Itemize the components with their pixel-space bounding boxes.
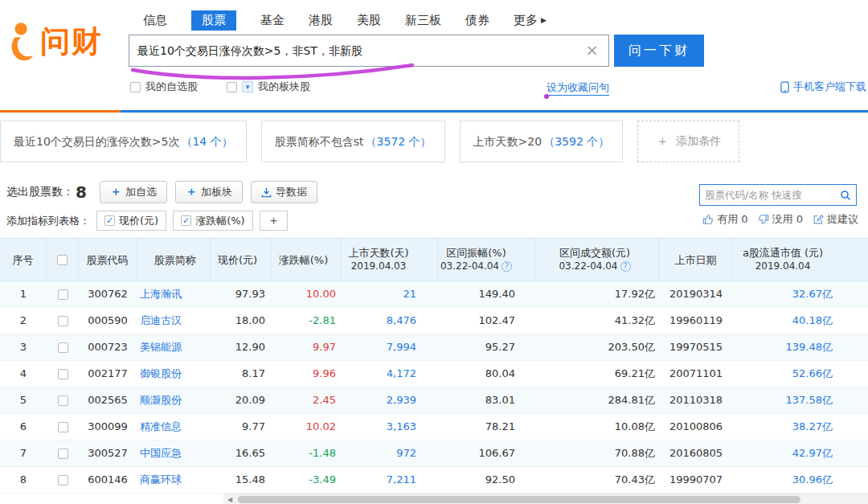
- table-row[interactable]: 7 300527 中国应急 16.65 -1.48 972 106.67 70.…: [0, 440, 868, 467]
- app-download-link[interactable]: 手机客户端下载: [780, 80, 866, 94]
- select-all-checkbox[interactable]: [57, 255, 68, 265]
- cell-check: [47, 361, 79, 387]
- row-checkbox[interactable]: [58, 369, 68, 379]
- change-checkbox[interactable]: ✓: [181, 215, 191, 226]
- nav-item-港股[interactable]: 港股: [309, 13, 333, 28]
- column-subtitle: 2019.04.04: [755, 260, 811, 273]
- my-boards-checkbox[interactable]: [227, 82, 237, 92]
- stock-name-link[interactable]: 上海瀚讯: [137, 281, 211, 307]
- useful-label: 有用 0: [717, 212, 747, 227]
- cell-stock-code: 300527: [79, 440, 137, 466]
- horizontal-scrollbar[interactable]: ◀: [223, 494, 868, 504]
- row-checkbox[interactable]: [58, 395, 68, 406]
- column-header-check[interactable]: [47, 239, 79, 281]
- row-checkbox[interactable]: [58, 316, 68, 326]
- column-header-mktcap[interactable]: a股流通市值 (元)2019.04.04: [733, 239, 868, 281]
- add-watchlist-button[interactable]: ＋ 加自选: [100, 181, 167, 203]
- indicator-chip-change[interactable]: ✓ 涨跌幅(%): [173, 211, 253, 231]
- table-row[interactable]: 5 002565 顺灏股份 20.09 2.45 2,939 83.01 284…: [0, 387, 868, 414]
- stock-name-link[interactable]: 启迪古汉: [137, 308, 211, 334]
- add-indicator-button[interactable]: ＋: [260, 211, 288, 231]
- table-row[interactable]: 1 300762 上海瀚讯 97.93 10.00 21 149.40 17.9…: [0, 281, 868, 308]
- cell-listed-days: 4,172: [342, 361, 438, 387]
- column-header-listdate[interactable]: 上市日期: [659, 239, 733, 281]
- nav-item-信息[interactable]: 信息: [143, 13, 167, 28]
- nav-item-股票[interactable]: 股票: [191, 10, 236, 31]
- condition-listed-days[interactable]: 上市天数>20（3592 个）: [460, 121, 624, 162]
- quick-search-input[interactable]: [705, 189, 840, 201]
- nav-item-新三板[interactable]: 新三板: [405, 13, 441, 28]
- quick-search-box[interactable]: [699, 184, 857, 206]
- nav-item-债券[interactable]: 债券: [465, 13, 489, 28]
- table-body: 1 300762 上海瀚讯 97.93 10.00 21 149.40 17.9…: [0, 281, 868, 494]
- indicator-chip-price[interactable]: ✓ 现价(元): [96, 211, 166, 231]
- selected-count-value: 8: [76, 182, 87, 202]
- my-watchlist-option[interactable]: 我的自选股: [130, 80, 198, 94]
- row-checkbox[interactable]: [58, 422, 68, 432]
- cell-market-cap: 139.48亿: [733, 334, 868, 360]
- help-icon[interactable]: ?: [502, 261, 512, 272]
- table-row[interactable]: 2 000590 启迪古汉 18.00 -2.81 8,476 102.47 4…: [0, 308, 868, 334]
- column-header-turnover[interactable]: 区间成交额(元)03.22-04.04?: [535, 239, 659, 281]
- save-question-link[interactable]: 设为收藏问句: [547, 80, 609, 96]
- row-checkbox[interactable]: [58, 342, 68, 353]
- export-data-button[interactable]: 导数据: [251, 181, 317, 203]
- column-header-days[interactable]: 上市天数(天)2019.04.03: [342, 239, 438, 281]
- stock-name-link[interactable]: 精准信息: [137, 414, 211, 440]
- row-checkbox[interactable]: [58, 475, 68, 486]
- cell-check: [47, 281, 79, 307]
- add-condition-button[interactable]: ＋ 添加条件: [637, 121, 739, 162]
- table-row[interactable]: 4 002177 御银股份 8.17 9.96 4,172 80.04 69.2…: [0, 361, 868, 387]
- price-checkbox[interactable]: ✓: [104, 215, 115, 226]
- cell-list-date: 19970515: [659, 334, 733, 360]
- nav-item-基金[interactable]: 基金: [260, 13, 285, 28]
- cell-price: 9.77: [211, 414, 272, 440]
- nav-item-美股[interactable]: 美股: [357, 13, 381, 28]
- table-row[interactable]: 8 600146 商赢环球 15.48 -3.49 7,211 92.50 70…: [0, 467, 868, 494]
- scrollbar-thumb[interactable]: [238, 496, 800, 503]
- column-header-seq[interactable]: 序号: [0, 239, 47, 281]
- cell-turnover: 17.92亿: [535, 281, 659, 307]
- cell-market-cap: 40.18亿: [733, 308, 868, 334]
- boards-dropdown-icon[interactable]: ▾: [242, 81, 253, 92]
- nav-item-更多[interactable]: 更多▶: [514, 13, 547, 28]
- clear-search-icon[interactable]: ×: [585, 35, 599, 64]
- useful-button[interactable]: 有用 0: [702, 212, 747, 227]
- my-watchlist-checkbox[interactable]: [130, 82, 141, 92]
- my-boards-option[interactable]: ▾ 我的板块股: [227, 80, 310, 94]
- table-row[interactable]: 6 300099 精准信息 9.77 10.02 3,163 78.21 10.…: [0, 414, 868, 440]
- iwencai-page: 问财 信息股票基金港股美股新三板债券更多▶ 最近10个交易日涨停次数>5，非ST…: [0, 0, 868, 504]
- stock-name-link[interactable]: 顺灏股份: [137, 387, 211, 413]
- search-input[interactable]: 最近10个交易日涨停次数>5，非ST，非新股 ×: [129, 35, 609, 67]
- check-icon: ✓: [106, 216, 113, 225]
- condition-limit-up-count[interactable]: 最近10个交易日的涨停次数>5次（14 个）: [0, 121, 247, 162]
- add-watchlist-label: 加自选: [125, 185, 157, 199]
- brand-logo[interactable]: 问财: [8, 21, 103, 63]
- suggest-button[interactable]: 提建议: [813, 212, 858, 227]
- scroll-left-arrow-icon[interactable]: ◀: [223, 496, 236, 503]
- column-header-name[interactable]: 股票简称: [137, 239, 211, 281]
- search-icon[interactable]: [840, 190, 851, 201]
- useless-button[interactable]: 没用 0: [758, 212, 803, 227]
- export-data-label: 导数据: [276, 185, 307, 199]
- cell-seq: 7: [0, 440, 47, 466]
- cell-stock-code: 600146: [79, 467, 137, 493]
- column-header-code[interactable]: 股票代码: [79, 239, 137, 281]
- column-header-amp[interactable]: 区间振幅(%)03.22-04.04?: [438, 239, 535, 281]
- table-row[interactable]: 3 000723 美锦能源 12.90 9.97 7,994 95.27 203…: [0, 334, 868, 361]
- stock-name-link[interactable]: 御银股份: [137, 361, 211, 387]
- stock-name-link[interactable]: 美锦能源: [137, 334, 211, 360]
- help-icon[interactable]: ?: [620, 261, 631, 272]
- cell-seq: 5: [0, 387, 47, 413]
- row-checkbox[interactable]: [58, 449, 68, 459]
- condition-text: 最近10个交易日的涨停次数>5次: [14, 135, 179, 148]
- stock-name-link[interactable]: 商赢环球: [137, 467, 211, 493]
- row-checkbox[interactable]: [58, 289, 68, 300]
- condition-not-st[interactable]: 股票简称不包含st（3572 个）: [261, 121, 445, 162]
- column-header-chg[interactable]: 涨跌幅(%): [272, 239, 342, 281]
- stock-name-link[interactable]: 中国应急: [137, 440, 211, 466]
- ask-button[interactable]: 问一下财: [614, 35, 704, 67]
- column-header-price[interactable]: 现价(元): [211, 239, 272, 281]
- divider-blue-segment: [121, 110, 868, 113]
- add-board-button[interactable]: ＋ 加板块: [175, 181, 243, 203]
